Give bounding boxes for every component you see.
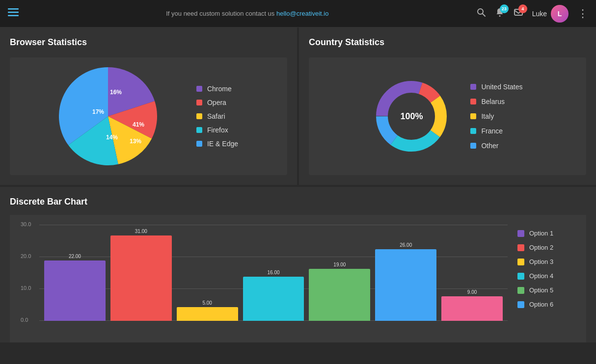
ie-edge-label: IE & Edge [207,140,238,148]
user-profile[interactable]: Luke L [532,5,569,23]
bar-value-3: 16.00 [267,270,279,275]
bar-legend-dot-1 [517,244,524,251]
bar-chart-area: 30.0 20.0 10.0 0.0 22.0031.005.0016.0019… [20,225,508,333]
country-stats-inner: 100% United States Belarus Italy [309,57,586,175]
legend-belarus: Belarus [470,98,522,105]
donut-center-label: 100% [400,111,423,122]
bar-legend-item-2: Option 3 [517,258,576,265]
bar-group-0: 22.00 [44,254,106,321]
bar-legend-item-5: Option 6 [517,301,576,308]
browser-legend: Chrome Opera Safari Firefox [196,85,238,148]
chrome-dot [196,86,202,92]
belarus-label: Belarus [481,98,504,105]
safari-dot [196,113,202,119]
menu-icon[interactable] [8,7,19,20]
legend-firefox: Firefox [196,126,238,134]
opera-label: Opera [207,99,226,106]
bar-legend-label-0: Option 1 [529,230,553,237]
bar-chart-panel: 30.0 20.0 10.0 0.0 22.0031.005.0016.0019… [10,215,586,342]
user-name: Luke [532,10,547,18]
bars-container: 22.0031.005.0016.0019.0026.009.00 [39,225,508,321]
bar-value-5: 26.00 [400,242,412,248]
more-options-button[interactable]: ⋮ [577,7,588,20]
country-stats-panel: Country Statistics [299,27,596,185]
grid-label-0: 0.0 [21,317,28,323]
bar-value-0: 22.00 [69,254,81,259]
bar-legend-item-3: Option 4 [517,272,576,280]
legend-us: United States [470,83,522,91]
ie-edge-dot [196,141,202,147]
bar-rect-5 [375,249,436,321]
bar-rect-2 [177,307,238,321]
bar-legend-dot-0 [517,230,524,237]
opera-dot [196,100,202,105]
nav-message: If you need custom solution contact us h… [27,10,468,17]
bar-legend-dot-4 [517,287,524,294]
legend-ie-edge: IE & Edge [196,140,238,148]
avatar: L [551,5,569,23]
bar-legend: Option 1Option 2Option 3Option 4Option 5… [517,225,576,333]
bar-legend-item-0: Option 1 [517,230,576,237]
browser-stats-inner: 41% 13% 14% 17% 16% Chrome Opera [10,57,287,175]
bar-legend-label-1: Option 2 [529,244,553,251]
bar-group-5: 26.00 [375,242,436,321]
belarus-dot [470,99,476,104]
svg-line-4 [483,14,485,16]
donut-wrapper: 100% [372,77,451,156]
bar-rect-0 [44,260,106,321]
svg-rect-0 [8,8,19,10]
italy-dot [470,113,476,119]
bar-rect-4 [309,269,370,321]
bar-value-4: 19.00 [333,262,346,267]
bar-value-1: 31.00 [135,229,147,234]
search-button[interactable] [476,7,486,20]
france-dot [470,128,476,134]
notifications-button[interactable]: 23 [495,7,505,20]
bar-rect-3 [243,277,304,321]
bar-legend-item-4: Option 5 [517,286,576,294]
messages-button[interactable]: 4 [514,7,523,20]
contact-email-link[interactable]: hello@creativeit.io [276,10,328,17]
svg-point-5 [499,15,500,17]
country-stats-title: Country Statistics [309,37,586,48]
legend-italy: Italy [470,112,522,120]
bar-legend-label-4: Option 5 [529,286,553,294]
bar-chart-section: Discrete Bar Chart 30.0 20.0 10.0 0.0 [0,187,596,342]
grid-label-20: 20.0 [21,253,31,259]
bar-group-3: 16.00 [243,270,304,321]
pie-container: 41% 13% 14% 17% 16% Chrome Opera [59,67,238,165]
svg-rect-1 [8,12,19,13]
firefox-dot [196,127,202,133]
notifications-badge: 23 [500,4,509,13]
chrome-label: Chrome [207,85,232,93]
bar-chart-title: Discrete Bar Chart [10,197,586,207]
bar-group-6: 9.00 [441,289,503,321]
browser-stats-title: Browser Statistics [10,37,287,48]
nav-icons: 23 4 Luke L ⋮ [476,5,588,23]
bar-rect-6 [441,296,503,321]
bar-value-6: 9.00 [467,289,477,295]
grid-label-10: 10.0 [21,285,31,291]
svg-rect-2 [8,15,19,17]
legend-chrome: Chrome [196,85,238,93]
navbar: If you need custom solution contact us h… [0,0,596,27]
legend-other: Other [470,142,522,150]
bar-group-1: 31.00 [110,229,172,321]
grid-label-30: 30.0 [21,221,31,227]
italy-label: Italy [481,112,494,120]
bar-legend-dot-3 [517,273,524,280]
country-legend: United States Belarus Italy France [470,83,522,150]
bar-legend-dot-2 [517,259,524,265]
france-label: France [481,127,503,135]
legend-opera: Opera [196,99,238,106]
other-dot [470,143,476,149]
bar-legend-dot-5 [517,301,524,308]
firefox-label: Firefox [207,126,228,134]
legend-safari: Safari [196,112,238,120]
bar-legend-item-1: Option 2 [517,244,576,251]
bar-legend-label-5: Option 6 [529,301,553,308]
bar-group-2: 5.00 [177,300,238,321]
bar-group-4: 19.00 [309,262,370,321]
other-label: Other [481,142,498,150]
messages-badge: 4 [518,4,527,13]
